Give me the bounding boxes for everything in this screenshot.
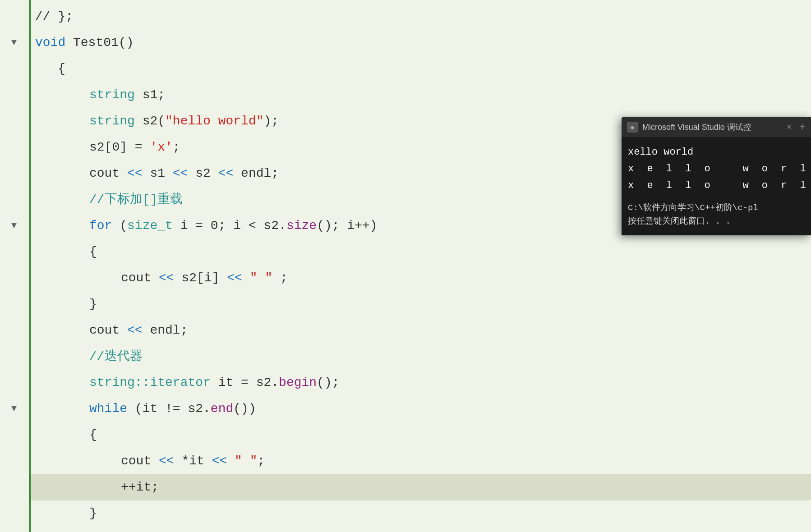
code-line: cout << s2[i] << " " ; — [31, 265, 811, 291]
terminal-add-button[interactable]: + — [799, 121, 806, 133]
terminal-path-line: C:\软件方向学习\C++初阶\c-pl — [628, 201, 805, 215]
terminal-output-line: x e l l o w o r l d — [628, 178, 805, 193]
code-line: { — [31, 239, 811, 265]
code-line: { — [31, 56, 811, 82]
collapse-arrow[interactable]: ▼ — [7, 402, 21, 416]
code-line: cout << *it << " "; — [31, 448, 811, 474]
code-line: cout << endl; — [31, 527, 811, 532]
code-line: string s1; — [31, 82, 811, 108]
collapse-arrow[interactable]: ▼ — [7, 219, 21, 233]
editor-left-bar — [0, 0, 31, 532]
terminal-window: ⊞ Microsoft Visual Studio 调试控 × + xello … — [622, 117, 811, 235]
code-line: ▼ void Test01() — [31, 30, 811, 56]
code-line: string::iterator it = s2.begin(); — [31, 370, 811, 396]
collapse-arrow[interactable]: ▼ — [7, 36, 21, 50]
code-line: { — [31, 422, 811, 448]
code-line: ▼ while (it != s2.end()) — [31, 396, 811, 422]
code-editor: // }; ▼ void Test01() { string s1; strin… — [0, 0, 811, 532]
terminal-body: xello world x e l l o w o r l d x e l l … — [622, 137, 811, 235]
code-line: } — [31, 500, 811, 527]
terminal-output-line: x e l l o w o r l d — [628, 161, 805, 177]
terminal-output-line: xello world — [628, 144, 805, 160]
terminal-titlebar: ⊞ Microsoft Visual Studio 调试控 × + — [622, 117, 811, 137]
terminal-title: Microsoft Visual Studio 调试控 — [642, 122, 779, 133]
code-line: // }; — [31, 4, 811, 30]
code-line: cout << endl; — [31, 317, 811, 344]
code-line: } — [31, 291, 811, 317]
terminal-close-button[interactable]: × — [784, 122, 795, 133]
code-line-current: ++it; — [31, 474, 811, 500]
code-container: // }; ▼ void Test01() { string s1; strin… — [31, 0, 811, 532]
code-line: //迭代器 — [31, 344, 811, 370]
terminal-hint-line: 按任意键关闭此窗口. . . — [628, 215, 805, 228]
terminal-app-icon: ⊞ — [627, 122, 638, 133]
